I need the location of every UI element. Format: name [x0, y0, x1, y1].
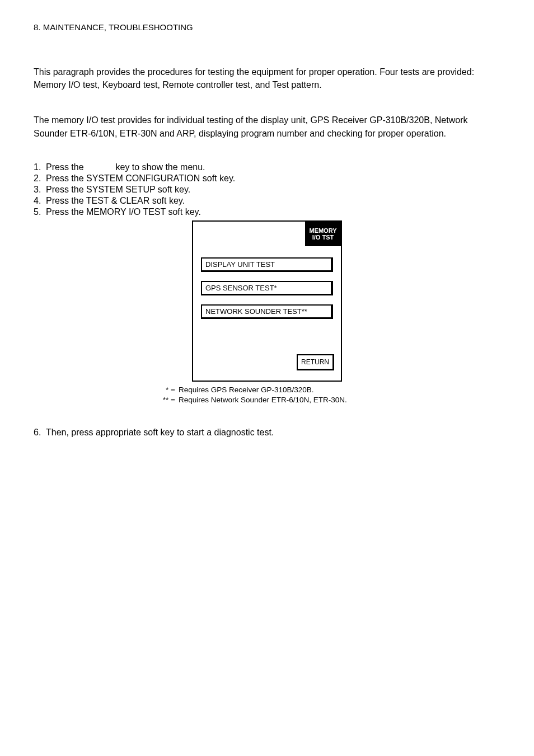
intro-paragraph: This paragraph provides the procedures f… — [34, 65, 500, 91]
step-number: 3. — [34, 185, 46, 195]
return-area: RETURN — [193, 319, 341, 381]
title-row: MEMORY I/O TST — [193, 222, 341, 246]
footnote-text: Requires GPS Receiver GP-310B/320B. — [179, 385, 314, 395]
step-number: 5. — [34, 207, 46, 217]
list-item: 4.Press the TEST & CLEAR soft key. — [34, 196, 500, 206]
closing-text: Then, press appropriate soft key to star… — [46, 428, 274, 437]
footnote-text: Requires Network Sounder ETR-6/10N, ETR-… — [179, 395, 347, 405]
list-item: 1.Press the key to show the menu. — [34, 162, 500, 172]
title-line-2: I/O TST — [309, 234, 336, 241]
footnote-symbol: * = — [149, 385, 179, 395]
title-line-1: MEMORY — [309, 227, 336, 234]
step-text: Press the SYSTEM CONFIGURATION soft key. — [46, 173, 235, 183]
step-text-post: key to show the menu. — [113, 162, 205, 172]
footnote-row: ** = Requires Network Sounder ETR-6/10N,… — [149, 395, 385, 405]
footnotes: * = Requires GPS Receiver GP-310B/320B. … — [149, 385, 385, 405]
step-number: 1. — [34, 162, 46, 172]
softkey-network-sounder-test[interactable]: NETWORK SOUNDER TEST** — [201, 304, 333, 319]
closing-step: 6.Then, press appropriate soft key to st… — [34, 428, 500, 438]
page-header: 8. MAINTENANCE, TROUBLESHOOTING — [34, 22, 500, 32]
step-list: 1.Press the key to show the menu. 2.Pres… — [34, 162, 500, 217]
memio-paragraph: The memory I/O test provides for individ… — [34, 114, 500, 139]
softkey-gps-sensor-test[interactable]: GPS SENSOR TEST* — [201, 281, 333, 295]
list-item: 3.Press the SYSTEM SETUP soft key. — [34, 185, 500, 195]
device-screen: MEMORY I/O TST DISPLAY UNIT TEST GPS SEN… — [192, 220, 342, 382]
list-item: 2.Press the SYSTEM CONFIGURATION soft ke… — [34, 173, 500, 184]
return-button[interactable]: RETURN — [297, 354, 334, 370]
step-text: Press the TEST & CLEAR soft key. — [46, 196, 185, 205]
list-item: 5.Press the MEMORY I/O TEST soft key. — [34, 207, 500, 217]
step-number: 2. — [34, 173, 46, 184]
footnote-symbol: ** = — [149, 395, 179, 405]
step-text: Press the MEMORY I/O TEST soft key. — [46, 207, 201, 217]
step-number: 6. — [34, 428, 46, 438]
step-text-pre: Press the — [46, 162, 86, 172]
screen-title-tab: MEMORY I/O TST — [305, 222, 341, 246]
footnote-row: * = Requires GPS Receiver GP-310B/320B. — [149, 385, 385, 395]
softkey-display-unit-test[interactable]: DISPLAY UNIT TEST — [201, 257, 333, 272]
step-text: Press the SYSTEM SETUP soft key. — [46, 185, 190, 194]
step-number: 4. — [34, 196, 46, 206]
